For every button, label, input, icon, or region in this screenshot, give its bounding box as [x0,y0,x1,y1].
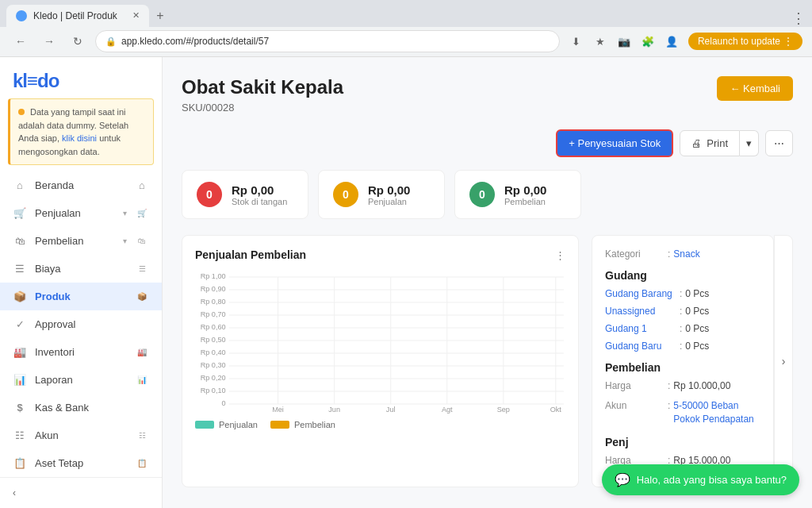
pembelian-akun-sep: : [668,400,670,411]
pembelian-akun-value[interactable]: 5-50000 Beban Pokok Pendapatan [673,399,760,426]
sidebar-item-produk[interactable]: 📦 Produk 📦 [0,283,162,310]
tab-favicon [16,10,27,21]
sidebar-item-akun[interactable]: ☷ Akun ☷ [0,421,162,449]
address-bar[interactable]: 🔒 app.kledo.com/#/products/detail/57 [95,30,560,52]
gudang-barang-val: 0 Pcs [685,288,709,299]
pembelian-akun-label: Akun [605,400,665,411]
legend-penjualan: Penjualan [195,420,258,429]
inventori-icon-right: 🏭 [135,348,149,356]
gudang-unassigned-name[interactable]: Unassigned [605,306,676,317]
more-options-button[interactable]: ⋯ [765,130,793,156]
chat-widget[interactable]: 💬 Halo, ada yang bisa saya bantu? [602,464,799,495]
gudang-unassigned-val: 0 Pcs [685,306,709,317]
sidebar-label-beranda: Beranda [35,179,127,191]
chart-header: Penjualan Pembelian ⋮ [195,248,565,261]
sidebar-collapse-button[interactable]: ‹ [0,477,162,508]
legend-penjualan-label: Penjualan [219,420,258,429]
gudang-row-unassigned: Unassigned : 0 Pcs [605,306,760,317]
biaya-icon: ☰ [13,263,27,275]
stok-badge: 0 [197,182,222,207]
camera-icon[interactable]: 📷 [614,31,634,52]
sidebar-item-biaya[interactable]: ☰ Biaya ☰ [0,255,162,283]
browser-menu-icon[interactable]: ⋮ [791,10,806,27]
expand-icon: › [782,355,786,368]
forward-nav-button[interactable]: → [38,30,60,52]
svg-text:Rp 0,50: Rp 0,50 [201,336,226,344]
dummy-data-notice: Data yang tampil saat ini adalah data du… [8,98,154,165]
gudang-baru-name[interactable]: Gudang Baru [605,341,676,352]
new-tab-button[interactable]: + [149,5,171,27]
print-button[interactable]: 🖨 Print [680,130,740,156]
browser-tabs: Kledo | Detil Produk ✕ + ⋮ [0,0,812,27]
right-panel: Kategori : Snack Gudang Gudang Barang : … [592,235,774,487]
pembelian-stat-badge: 0 [469,182,495,207]
chart-section: Penjualan Pembelian ⋮ Rp 1,00 Rp 0,90 Rp… [182,235,579,487]
penjualan-icon-right: 🛒 [135,209,149,217]
print-dropdown-button[interactable]: ▾ [740,130,759,156]
stat-card-penjualan: 0 Rp 0,00 Penjualan [318,170,445,219]
chart-svg: Rp 1,00 Rp 0,90 Rp 0,80 Rp 0,70 Rp 0,60 … [195,271,565,414]
chat-label: Halo, ada yang bisa saya bantu? [637,474,787,486]
chart-more-icon[interactable]: ⋮ [555,249,565,261]
app-logo: kl≡do [13,70,149,92]
gudang-unassigned-sep: : [680,306,682,317]
gudang-1-name[interactable]: Gudang 1 [605,323,676,334]
sidebar-item-inventori[interactable]: 🏭 Inventori 🏭 [0,338,162,366]
sidebar-label-inventori: Inventori [35,346,127,358]
sidebar-item-pembelian[interactable]: 🛍 Pembelian ▾ 🛍 [0,227,162,255]
expand-panel-button[interactable]: › [774,235,793,487]
kategori-sep: : [668,248,670,260]
svg-text:Rp 0,20: Rp 0,20 [201,374,226,382]
kategori-value[interactable]: Snack [673,248,699,260]
sidebar-item-aset-tetap[interactable]: 📋 Aset Tetap 📋 [0,449,162,477]
sidebar-label-kas-bank: Kas & Bank [35,402,149,414]
gudang-row-baru: Gudang Baru : 0 Pcs [605,341,760,352]
pembelian-icon-right: 🛍 [135,237,149,245]
sidebar-item-beranda[interactable]: ⌂ Beranda ⌂ [0,171,162,199]
print-group: 🖨 Print ▾ [680,130,759,156]
product-sku: SKU/00028 [182,102,343,114]
active-tab[interactable]: Kledo | Detil Produk ✕ [6,5,149,27]
extension-icon[interactable]: 🧩 [638,31,658,52]
stok-amount: Rp 0,00 [232,183,287,197]
lock-icon: 🔒 [105,37,117,47]
beranda-icon-right: ⌂ [135,179,149,191]
bookmark-icon[interactable]: ★ [590,31,611,52]
browser-chrome: Kledo | Detil Produk ✕ + ⋮ ← → ↻ 🔒 app.k… [0,0,812,57]
aset-icon: 📋 [13,457,27,469]
gudang-barang-name[interactable]: Gudang Barang [605,288,676,299]
sidebar-label-pembelian: Pembelian [35,235,115,247]
notice-link[interactable]: klik disini [62,133,97,143]
penjualan-amount: Rp 0,00 [368,183,410,197]
svg-text:Rp 0,60: Rp 0,60 [201,323,226,331]
two-col-layout: Penjualan Pembelian ⋮ Rp 1,00 Rp 0,90 Rp… [182,235,793,487]
aset-icon-right: 📋 [135,459,149,468]
back-button[interactable]: ← Kembali [717,76,793,101]
tab-close[interactable]: ✕ [132,10,140,21]
penjualan-label: Penjualan [368,197,410,206]
produk-icon-right: 📦 [135,292,149,301]
svg-text:Rp 0,10: Rp 0,10 [201,387,226,394]
sidebar-item-laporan[interactable]: 📊 Laporan 📊 [0,366,162,394]
gudang-row-1: Gudang 1 : 0 Pcs [605,323,760,334]
stock-adjust-button[interactable]: + Penyesuaian Stok [556,129,673,157]
stok-label: Stok di tangan [232,197,287,206]
kategori-label: Kategori [605,248,665,260]
svg-text:Sep: Sep [497,406,510,414]
biaya-icon-right: ☰ [135,264,149,273]
sidebar-item-kas-bank[interactable]: $ Kas & Bank [0,394,162,421]
relaunch-button[interactable]: Relaunch to update ⋮ [688,33,802,50]
pembelian-harga-row: Harga : Rp 10.000,00 [605,380,760,391]
download-icon[interactable]: ⬇ [566,31,587,52]
stat-card-pembelian: 0 Rp 0,00 Pembelian [454,170,581,219]
reload-button[interactable]: ↻ [67,30,89,52]
sidebar-item-approval[interactable]: ✓ Approval [0,310,162,338]
profile-icon[interactable]: 👤 [661,31,682,52]
browser-actions: ⬇ ★ 📷 🧩 👤 [566,31,682,52]
svg-text:Mei: Mei [272,406,284,414]
sidebar-item-penjualan[interactable]: 🛒 Penjualan ▾ 🛒 [0,199,162,227]
back-nav-button[interactable]: ← [10,30,32,52]
svg-text:Jun: Jun [328,406,340,414]
chart-legend: Penjualan Pembelian [195,420,565,429]
sidebar-label-penjualan: Penjualan [35,207,115,219]
